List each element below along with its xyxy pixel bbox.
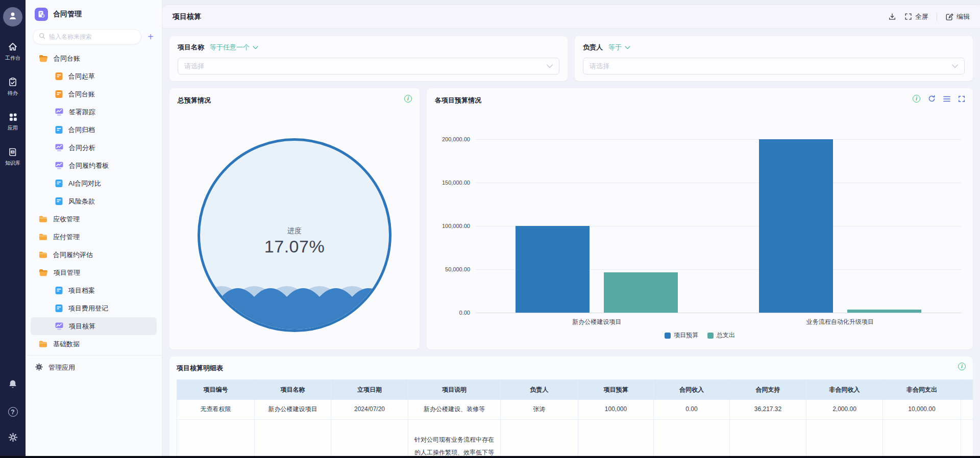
contract-app-icon	[35, 8, 48, 21]
sidebar-item-contract-archive[interactable]: 合同归档	[31, 121, 157, 139]
table-cell: 张涛	[501, 400, 578, 420]
search-icon	[39, 32, 45, 41]
sidebar-item-performance-evaluation-folder[interactable]: 合同履约评估	[31, 246, 157, 264]
bell-icon[interactable]	[8, 379, 18, 392]
manage-apps-button[interactable]: 管理应用	[26, 355, 162, 373]
owner-select[interactable]: 请选择	[583, 58, 965, 74]
sidebar-item-label: 项目核算	[69, 322, 95, 331]
rail-item-label: 知识库	[5, 160, 20, 167]
table-cell: 100,000	[578, 400, 654, 420]
card-title: 各项目预算情况	[435, 96, 481, 104]
document-icon	[55, 72, 63, 80]
sidebar-item-project-accounting[interactable]: 项目核算	[31, 317, 157, 335]
filter-operator-label: 等于	[608, 43, 622, 52]
sidebar-item-receivables-folder[interactable]: 应收管理	[31, 210, 157, 228]
sidebar-item-label: 合同台账	[54, 54, 80, 63]
help-icon[interactable]: ?	[8, 407, 18, 417]
table-cell	[501, 420, 578, 458]
accounting-detail-card: 项目核算明细表 i 项目编号 项目名称 立项日期 项目说明 负责人	[169, 357, 973, 458]
sidebar-item-contract-draft[interactable]: 合同起草	[31, 67, 157, 85]
sidebar-search[interactable]	[33, 29, 141, 44]
sidebar-item-contract-analysis[interactable]: 合同分析	[31, 139, 157, 157]
filter-label: 负责人	[583, 43, 603, 52]
sidebar-item-ai-contract-compare[interactable]: AI合同对比	[31, 174, 157, 192]
sidebar-item-signing-tracking[interactable]: 签署跟踪	[31, 103, 157, 121]
search-input[interactable]	[49, 33, 135, 40]
rail-item-apps[interactable]: 应用	[8, 112, 18, 132]
info-icon[interactable]: i	[404, 95, 412, 103]
main-area: 项目核算 全屏 编辑 项目	[162, 0, 980, 458]
rail-item-label: 待办	[8, 90, 18, 97]
info-icon[interactable]: i	[958, 363, 966, 370]
manage-apps-label: 管理应用	[48, 363, 75, 372]
chart-icon	[55, 322, 63, 330]
folder-icon	[39, 233, 47, 241]
edit-icon	[945, 13, 953, 21]
y-axis-tick: 50,000.00	[445, 266, 470, 272]
document-icon	[55, 304, 63, 312]
add-button[interactable]: +	[148, 32, 154, 42]
project-name-select[interactable]: 请选择	[178, 58, 559, 74]
filter-operator-dropdown[interactable]: 等于	[608, 43, 630, 52]
sidebar-item-performance-board[interactable]: 合同履约看板	[31, 157, 157, 174]
sidebar-item-project-archive[interactable]: 项目档案	[31, 282, 157, 299]
sidebar-item-label: 基础数据	[53, 340, 80, 349]
sidebar-tree: 合同台账 合同起草 合同台账 签署跟踪 合同归档 合同分析 合同履约看板 AI合…	[26, 48, 162, 353]
fullscreen-button[interactable]: 全屏	[904, 12, 928, 21]
accounting-detail-table: 项目编号 项目名称 立项日期 项目说明 负责人 项目预算 合同收入 合同支持 非…	[177, 379, 973, 458]
filter-owner: 负责人 等于 请选择	[575, 36, 973, 81]
user-avatar[interactable]	[3, 7, 22, 27]
gauge-label: 进度	[200, 226, 389, 236]
sidebar-item-payables-folder[interactable]: 应付管理	[31, 228, 157, 246]
settings-gear-icon[interactable]	[8, 432, 18, 445]
sidebar-item-contract-ledger[interactable]: 合同台账	[31, 85, 157, 103]
sidebar-item-label: 合同台账	[68, 90, 95, 99]
bar-total-expense[interactable]	[604, 272, 678, 313]
rail-item-workbench[interactable]: 工作台	[5, 42, 20, 62]
chart-icon	[55, 108, 63, 116]
list-icon[interactable]	[943, 96, 950, 102]
rail-item-todo[interactable]: 待办	[8, 77, 18, 97]
table-cell	[654, 420, 730, 458]
legend-item-budget[interactable]: 项目预算	[665, 331, 698, 340]
app-rail: 工作台 待办 应用 AI 知识库 ?	[0, 0, 26, 458]
legend-swatch	[665, 333, 671, 339]
column-header: 项目编号	[177, 380, 255, 400]
legend-label: 总支出	[717, 331, 735, 340]
info-icon[interactable]: i	[913, 95, 920, 103]
table-cell	[806, 420, 883, 458]
legend-item-expense[interactable]: 总支出	[707, 331, 735, 340]
rail-item-knowledge-base[interactable]: AI 知识库	[5, 147, 20, 167]
expand-icon[interactable]	[958, 95, 965, 103]
rail-item-label: 工作台	[5, 55, 20, 62]
sidebar-item-contract-ledger-folder[interactable]: 合同台账	[31, 49, 157, 67]
select-placeholder: 请选择	[590, 62, 609, 71]
sidebar-item-base-data-folder[interactable]: 基础数据	[31, 335, 157, 353]
column-header: 项目名称	[255, 380, 331, 400]
filter-operator-dropdown[interactable]: 等于任意一个	[210, 43, 258, 52]
total-budget-card: 总预算情况 i 进度 17.07%	[169, 88, 420, 349]
table-cell	[578, 420, 654, 458]
sidebar-item-label: 应付管理	[53, 233, 80, 242]
user-icon	[7, 10, 18, 23]
column-header-clipped	[961, 380, 973, 400]
sidebar-item-project-expense-register[interactable]: 项目费用登记	[31, 299, 157, 317]
refresh-icon[interactable]	[928, 95, 936, 103]
edit-button[interactable]: 编辑	[945, 12, 970, 21]
sidebar-item-label: 项目管理	[54, 268, 80, 277]
column-header: 合同收入	[654, 380, 730, 400]
sidebar-item-risk-clauses[interactable]: 风险条款	[31, 192, 157, 210]
gauge-value: 17.07%	[200, 237, 389, 257]
folder-open-icon	[39, 269, 48, 276]
page-title: 项目核算	[173, 12, 201, 21]
sidebar-item-label: 项目费用登记	[68, 304, 108, 313]
table-cell	[730, 420, 806, 458]
table-cell: 2,000.00	[806, 400, 883, 420]
bar-project-budget[interactable]	[759, 139, 833, 313]
download-button[interactable]	[888, 13, 896, 21]
bar-project-budget[interactable]	[516, 226, 590, 313]
table-cell	[177, 420, 255, 458]
table-cell-clipped	[961, 400, 973, 420]
bar-total-expense[interactable]	[847, 310, 921, 313]
sidebar-item-project-management-folder[interactable]: 项目管理	[31, 264, 157, 282]
